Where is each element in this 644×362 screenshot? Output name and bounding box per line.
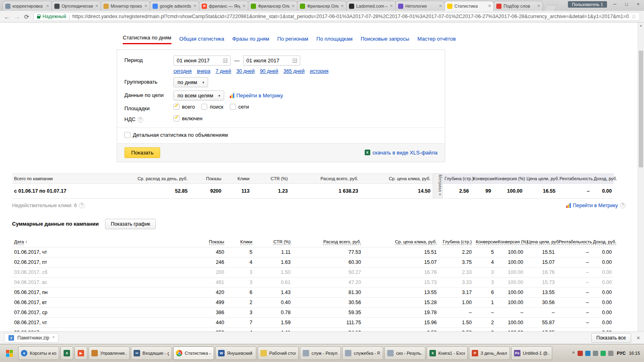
address-bar[interactable]: Надежный | https://direct.yandex.ru/regi… bbox=[33, 12, 640, 21]
tab-close-icon[interactable]: × bbox=[341, 4, 344, 8]
daily-col-header[interactable]: Клики bbox=[226, 237, 254, 247]
daily-row[interactable]: 06.06.2017, вт49920.4030.5615.281.001100… bbox=[12, 297, 614, 307]
daily-row[interactable]: 02.06.2017, пт24641.6360.3015.073.754100… bbox=[12, 257, 614, 267]
xls-download-link[interactable]: X скачать в виде XLS-файла bbox=[365, 150, 438, 156]
taskbar-item[interactable]: ✉Входящие - g... bbox=[131, 346, 172, 360]
show-button[interactable]: Показать bbox=[124, 147, 160, 158]
daily-row[interactable]: 07.06.2017, ср38630.7859.3519.78–––––0.0… bbox=[12, 307, 614, 317]
daily-row[interactable]: 08.06.2017, чт44071.59111.7515.961.50210… bbox=[12, 317, 614, 327]
period-quick-link[interactable]: сегодня bbox=[173, 68, 192, 74]
daily-col-header[interactable]: Доход, руб. bbox=[591, 237, 614, 247]
tray-icon[interactable] bbox=[601, 351, 606, 356]
taskbar-item[interactable]: сиз - Резуль... bbox=[384, 346, 425, 360]
minimize-button[interactable]: ─ bbox=[609, 0, 621, 8]
new-tab-button[interactable] bbox=[544, 5, 557, 11]
show-chart-button[interactable]: Показать график bbox=[105, 219, 156, 229]
daily-col-header-label[interactable]: Показы bbox=[209, 239, 224, 245]
tray-icon[interactable] bbox=[578, 351, 583, 356]
language-indicator[interactable]: РУС bbox=[617, 351, 625, 356]
browser-tab[interactable]: корректировка× bbox=[2, 1, 52, 11]
daily-col-header[interactable]: Рентабельность bbox=[557, 237, 591, 247]
page-tab[interactable]: Общая статистика bbox=[180, 36, 225, 44]
profile-name-chip[interactable]: Пользователь 1 bbox=[568, 1, 607, 8]
date-to-input[interactable]: 01 июля 2017 bbox=[243, 56, 300, 66]
vat-checkbox[interactable]: ✓ включен bbox=[173, 115, 202, 123]
daily-col-header[interactable]: Ср. цена клика, руб. bbox=[363, 237, 439, 247]
daily-col-header-label[interactable]: Дата bbox=[14, 239, 24, 245]
browser-tab[interactable]: Монитор произ× bbox=[101, 1, 150, 11]
daily-col-header[interactable]: Глубина (стр.) bbox=[439, 237, 474, 247]
forward-button[interactable]: → bbox=[14, 14, 20, 20]
platform-checkbox[interactable]: сети bbox=[230, 104, 249, 110]
platform-checkbox[interactable]: поиск bbox=[201, 104, 223, 110]
period-quick-link[interactable]: 30 дней bbox=[236, 68, 255, 74]
daily-col-header-label[interactable]: Расход всего, руб. bbox=[323, 239, 361, 245]
tab-close-icon[interactable]: × bbox=[488, 4, 491, 8]
daily-col-header[interactable]: Показы bbox=[151, 237, 226, 247]
daily-row[interactable]: 01.06.2017, чт45051.1177.5315.512.205100… bbox=[12, 247, 614, 257]
browser-tab[interactable]: Ladomed.com —× bbox=[346, 1, 396, 11]
tab-close-icon[interactable]: × bbox=[46, 4, 49, 8]
date-from-input[interactable]: 01 июня 2017 bbox=[173, 56, 231, 66]
daily-col-header-label[interactable]: Клики bbox=[240, 239, 252, 245]
taskbar-item[interactable]: служ - Резул... bbox=[300, 346, 341, 360]
daily-col-header-label[interactable]: CTR (%) bbox=[273, 239, 291, 245]
back-button[interactable]: ← bbox=[4, 14, 10, 20]
daily-col-header-label[interactable]: Доход, руб. bbox=[593, 239, 616, 245]
period-quick-link[interactable]: 7 дней bbox=[216, 68, 231, 74]
tab-close-icon[interactable]: × bbox=[144, 4, 147, 8]
tab-close-icon[interactable]: × bbox=[439, 4, 442, 8]
browser-tab[interactable]: Фрилансер Оль× bbox=[297, 1, 347, 11]
tab-close-icon[interactable]: × bbox=[291, 4, 295, 8]
show-all-downloads-button[interactable]: Показать все bbox=[591, 333, 631, 343]
daily-col-header-label[interactable]: Глубина (стр.) bbox=[443, 239, 472, 245]
goto-metrika-link-bottom[interactable]: Перейти в Метрику bbox=[573, 203, 618, 208]
period-quick-link[interactable]: история bbox=[310, 68, 328, 74]
scrollbar[interactable]: ▲ bbox=[638, 23, 644, 331]
group-by-select[interactable]: по дням ▾ bbox=[173, 77, 208, 87]
daily-col-header-label[interactable]: Цена цели, руб. bbox=[527, 239, 560, 245]
taskbar-item[interactable]: WЯнушевский ... bbox=[215, 346, 256, 360]
taskbar-item[interactable]: XКнига1 - Excel bbox=[427, 346, 468, 360]
maximize-button[interactable]: □ bbox=[621, 0, 632, 8]
tray-icon[interactable] bbox=[585, 351, 590, 356]
hidden-icons-chevron[interactable]: ^ bbox=[572, 351, 575, 356]
close-download-bar-icon[interactable]: × bbox=[637, 335, 640, 341]
metrika-tab[interactable]: Метрика » bbox=[433, 173, 442, 198]
page-tab[interactable]: Фразы по дням bbox=[232, 36, 269, 44]
goal-select[interactable]: по всем целям ▾ bbox=[173, 90, 224, 101]
tab-close-icon[interactable]: × bbox=[242, 4, 246, 8]
browser-tab[interactable]: Нетология× bbox=[395, 1, 445, 11]
taskbar-item[interactable]: X bbox=[60, 346, 73, 360]
taskbar-clock[interactable]: 16:15 bbox=[629, 351, 640, 356]
taskbar-item[interactable]: служебка - Р... bbox=[342, 346, 383, 360]
taskbar-item[interactable]: PsUntitled-1 @... bbox=[511, 346, 552, 360]
daily-col-header-label[interactable]: Рентабельность bbox=[559, 239, 592, 245]
daily-col-header-label[interactable]: Ср. цена клика, руб. bbox=[395, 239, 437, 245]
browser-tab[interactable]: Фрилансер Оль× bbox=[248, 1, 297, 11]
close-window-button[interactable]: × bbox=[632, 0, 644, 8]
browser-tab[interactable]: google adwords× bbox=[150, 1, 199, 11]
daily-row[interactable]: 03.06.2017, сб20031.5050.2716.762.333100… bbox=[12, 267, 614, 277]
page-tab[interactable]: Мастер отчётов bbox=[417, 36, 456, 44]
platform-checkbox[interactable]: ✓всего bbox=[173, 104, 195, 110]
help-icon[interactable]: ? bbox=[620, 203, 625, 208]
help-icon[interactable]: ? bbox=[79, 203, 85, 208]
download-item[interactable]: z Памятники.zip ^ bbox=[4, 333, 59, 343]
daily-col-header[interactable]: Конверсия (%) bbox=[496, 237, 525, 247]
scrollbar-thumb[interactable] bbox=[639, 51, 643, 167]
taskbar-item[interactable]: eКорсеты и ко... bbox=[18, 346, 59, 360]
detail-stats-checkbox[interactable]: Детальная статистика по объявлениям bbox=[124, 132, 228, 138]
start-button[interactable] bbox=[2, 346, 17, 360]
tab-close-icon[interactable]: × bbox=[537, 4, 540, 8]
calendar-icon[interactable] bbox=[293, 58, 297, 63]
taskbar-item[interactable]: Управление... bbox=[89, 346, 130, 360]
browser-tab[interactable]: Ортопедически× bbox=[52, 1, 101, 11]
browser-tab[interactable]: Яфриланс — Янд× bbox=[199, 1, 248, 11]
daily-row[interactable]: 09.06.2017, пт35941.1134.108.533.502100.… bbox=[12, 327, 614, 331]
help-icon[interactable]: ? bbox=[138, 117, 143, 123]
bookmark-star-icon[interactable]: ☆ bbox=[631, 13, 636, 20]
daily-col-header[interactable]: Конверсии bbox=[474, 237, 496, 247]
taskbar-item[interactable]: ▶ bbox=[74, 346, 87, 360]
taskbar-item[interactable]: Рабочий стол bbox=[258, 346, 299, 360]
